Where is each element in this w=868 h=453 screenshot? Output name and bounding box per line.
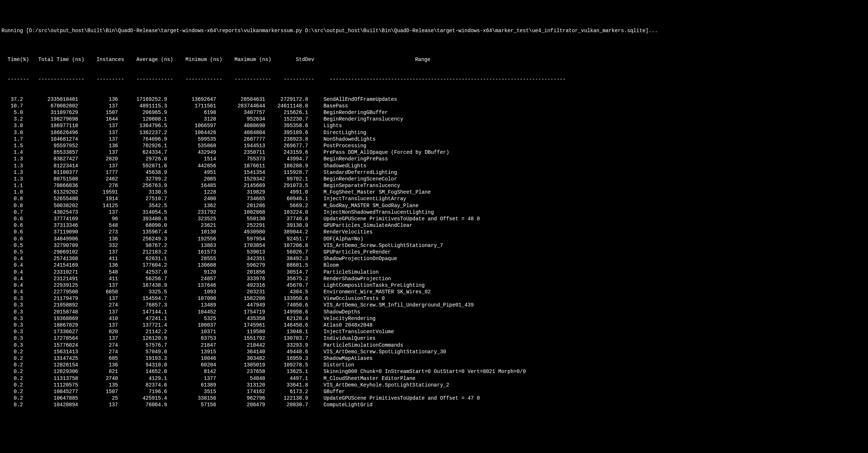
cell-time-pct: 0.6	[1, 222, 23, 229]
cell-instances: 136	[84, 236, 118, 242]
cell-average: 68090.0	[124, 222, 167, 229]
cell-minimum: 10130	[173, 229, 216, 235]
cell-average: 45638.9	[124, 169, 167, 176]
cell-time-pct: 0.5	[1, 242, 23, 249]
cell-range: DOF(Alpha=No)	[314, 236, 363, 242]
cell-maximum: 281286	[222, 202, 265, 209]
table-row: 0.2 13147425 685 19193.3 10046 303482 16…	[1, 355, 867, 362]
cell-time-pct: 0.2	[1, 375, 23, 382]
table-row: 3.0 186626496 137 1362237.2 1064426 4084…	[1, 129, 867, 136]
cell-total-time: 19368869	[29, 315, 78, 322]
cell-time-pct: 0.2	[1, 388, 23, 395]
cell-average: 56256.7	[124, 275, 167, 282]
cell-instances: 136	[84, 262, 118, 269]
cell-instances: 137	[84, 163, 118, 169]
cell-total-time: 11313758	[29, 375, 78, 382]
cell-minimum: 137646	[173, 282, 216, 289]
cell-maximum: 319829	[222, 189, 265, 195]
table-row: 5.0 311897629 1507 206965.9 6198 3407757…	[1, 109, 867, 116]
cell-stddev: 33293.9	[271, 342, 308, 349]
cell-total-time: 11120575	[29, 382, 78, 388]
cell-range: PostProcessing	[314, 142, 366, 149]
cell-range: M_GodRay_MASTER SM_GodRay_Plane	[314, 202, 419, 209]
cell-minimum: 13915	[173, 349, 216, 355]
cell-range: NonShadowedLights	[314, 136, 376, 142]
cell-total-time: 80751508	[29, 176, 78, 182]
cell-average: 29726.0	[124, 156, 167, 162]
table-row: 0.7 43025473 137 314054.5 231792 1002868…	[1, 209, 867, 216]
cell-maximum: 364140	[222, 349, 265, 355]
cell-average: 1362237.2	[124, 129, 167, 136]
table-row: 0.3 15776024 274 57576.7 21847 210442 33…	[1, 342, 867, 349]
cell-maximum: 333976	[222, 275, 265, 282]
table-row: 1.0 61329202 19591 3130.5 1228 319829 49…	[1, 189, 867, 195]
cell-time-pct: 0.3	[1, 309, 23, 315]
cell-stddev: 99702.1	[271, 176, 308, 182]
cell-average: 314054.5	[124, 209, 167, 216]
cell-time-pct: 0.2	[1, 382, 23, 388]
column-headers: Time(%) Total Time (ns) Instances Averag…	[1, 49, 867, 62]
cell-minimum: 192556	[173, 236, 216, 242]
cell-maximum: 1541354	[222, 169, 265, 176]
cell-average: 702926.1	[124, 142, 167, 149]
cell-time-pct: 0.6	[1, 229, 23, 235]
cell-instances: 137	[84, 335, 118, 342]
cell-maximum: 1876611	[222, 163, 265, 169]
cell-instances: 820	[84, 328, 118, 335]
cell-time-pct: 3.0	[1, 129, 23, 136]
cell-instances: 274	[84, 302, 118, 308]
cell-range: BeginSeparateTranslucency	[314, 182, 400, 189]
cell-stddev: 74050.6	[271, 302, 308, 308]
cell-range: ParticleSimulationCommands	[314, 342, 403, 349]
cell-maximum: 28504631	[222, 96, 265, 103]
divider: ----------	[277, 76, 314, 83]
cell-minimum: 432949	[173, 149, 216, 156]
cell-total-time: 81100377	[29, 169, 78, 176]
cell-stddev: 30514.7	[271, 269, 308, 275]
cell-maximum: 1944513	[222, 142, 265, 149]
cell-average: 764096.9	[124, 136, 167, 142]
cell-average: 206965.9	[124, 109, 167, 116]
cell-average: 76857.3	[124, 302, 167, 308]
col-minimum: Minimum (ns)	[179, 56, 222, 63]
cell-range: BeginRenderingGBuffer	[314, 109, 388, 116]
cell-instances: 25	[84, 395, 118, 401]
cell-range: Bloom	[314, 262, 339, 269]
cell-total-time: 50038202	[29, 202, 78, 209]
cell-stddev: 60946.1	[271, 195, 308, 202]
cell-average: 256763.9	[124, 182, 167, 189]
cell-time-pct: 1.3	[1, 156, 23, 162]
cell-stddev: 238923.8	[271, 136, 308, 142]
table-row: 0.2 11120575 135 82374.6 61389 313120 33…	[1, 382, 867, 388]
cell-maximum: 2607777	[222, 136, 265, 142]
cell-maximum: 4088690	[222, 122, 265, 129]
cell-stddev: 4304.5	[271, 289, 308, 295]
cell-maximum: 755373	[222, 156, 265, 162]
cell-instances: 273	[84, 229, 118, 235]
cell-minimum: 3515	[173, 388, 216, 395]
table-row: 0.2 10420894 137 76064.9 57156 206479 20…	[1, 401, 867, 408]
cell-instances: 685	[84, 355, 118, 362]
cell-instances: 136	[84, 362, 118, 368]
cell-stddev: 4497.1	[271, 375, 308, 382]
cell-stddev: 215626.1	[271, 109, 308, 116]
cell-time-pct: 0.4	[1, 255, 23, 262]
cell-minimum: 338156	[173, 395, 216, 401]
cell-instances: 96	[84, 216, 118, 222]
cell-maximum: 1703854	[222, 242, 265, 249]
cell-range: BeginRenderingSceneColor	[314, 176, 397, 182]
cell-time-pct: 1.0	[1, 189, 23, 195]
cell-average: 42537.0	[124, 269, 167, 275]
cell-range: PrePass DDM_AllOpaque (Forced by DBuffer…	[314, 149, 449, 156]
cell-time-pct: 0.3	[1, 335, 23, 342]
table-row: 1.1 70866836 276 256763.9 16485 2145669 …	[1, 182, 867, 189]
cell-minimum: 13489	[173, 302, 216, 308]
cell-time-pct: 1.7	[1, 136, 23, 142]
cell-total-time: 23310271	[29, 269, 78, 275]
cell-stddev: 149998.6	[271, 309, 308, 315]
cell-total-time: 198279698	[29, 116, 78, 122]
cell-minimum: 21847	[173, 342, 216, 349]
cell-average: 137721.4	[124, 322, 167, 328]
cell-time-pct: 3.2	[1, 116, 23, 122]
table-row: 0.3 20158748 137 147144.1 104452 1754719…	[1, 309, 867, 315]
